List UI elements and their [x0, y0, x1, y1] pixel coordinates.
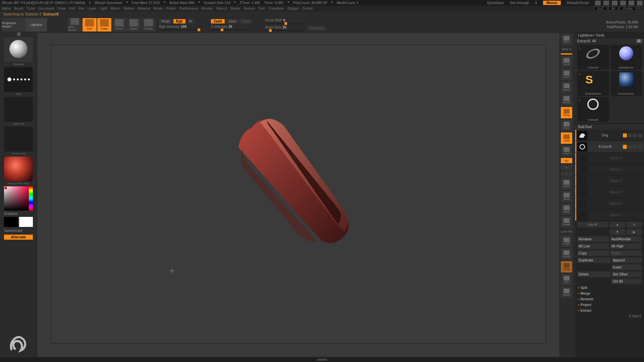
menu-item[interactable]: Alpha — [2, 7, 11, 10]
zoom-button[interactable]: Zoom — [561, 69, 572, 80]
menu-item[interactable]: Layer — [88, 7, 96, 10]
aahalf-button[interactable]: AAHalf — [561, 94, 572, 106]
menu-item[interactable]: Texture — [244, 7, 255, 10]
rgb-intensity-slider[interactable] — [159, 29, 198, 31]
menu-item[interactable]: Zscript — [302, 7, 313, 10]
menu-item[interactable]: Brush — [14, 7, 23, 10]
menu-item[interactable]: Zplugin — [287, 7, 299, 10]
zcut-button[interactable]: Zcut — [240, 19, 252, 23]
bpr-button[interactable]: BPR — [561, 34, 572, 45]
subtool-row[interactable]: Ubool 3 — [575, 153, 644, 164]
duplicate-button[interactable]: Duplicate — [577, 257, 610, 263]
subtool-row[interactable]: Dog — [575, 130, 644, 141]
persp-button[interactable]: Persp — [561, 107, 572, 118]
scroll-button[interactable]: Scroll — [561, 56, 572, 67]
menu-item[interactable]: Stroke — [230, 7, 240, 10]
delall-button[interactable]: Del All — [611, 279, 642, 284]
menu-item[interactable]: Marker — [123, 7, 134, 10]
tool-thumb-eraserbrush[interactable]: EraserBrush — [610, 71, 642, 96]
gradient-button[interactable]: Gradient — [4, 212, 33, 216]
subtool-flag[interactable] — [628, 145, 632, 149]
tool-thumb-alphabrush[interactable]: AlphaBrush — [610, 45, 642, 70]
solo-button[interactable]: Solo — [561, 274, 572, 285]
axis-z-button[interactable]: ○ — [561, 171, 572, 177]
visibility-toggle[interactable] — [623, 133, 627, 137]
titlebar-util-icon[interactable] — [595, 1, 601, 5]
ghost-button[interactable]: Ghost — [561, 261, 572, 273]
tool-r-button[interactable]: R — [636, 39, 642, 43]
subtool-row[interactable]: Ubool 2 — [575, 164, 644, 175]
rgb-button[interactable]: Rgb — [173, 19, 185, 23]
subtool-flag[interactable] — [633, 145, 637, 149]
goz-r-button[interactable]: R — [637, 6, 642, 11]
primary-color-swatch[interactable] — [19, 217, 33, 227]
focal-shift-slider[interactable] — [265, 23, 304, 24]
move-cam-button[interactable]: Move — [561, 191, 572, 202]
goz-all-button[interactable]: All — [608, 6, 619, 11]
zsub-button[interactable]: Zsub — [226, 19, 239, 23]
alpha-thumbnail[interactable] — [4, 97, 33, 122]
extract-accordion[interactable]: •Extract — [575, 308, 644, 313]
moveup-button[interactable]: ▲ — [610, 222, 625, 228]
quicksketch-button[interactable]: Quick Sketch — [68, 18, 82, 32]
actual-button[interactable]: Actual — [561, 81, 572, 93]
visibility-toggle[interactable] — [623, 145, 627, 149]
frame-button[interactable]: Frame — [561, 178, 572, 189]
tool-thumb-extract2[interactable]: 2Extract8 — [577, 97, 609, 122]
menu-item[interactable]: Stencil — [216, 7, 227, 10]
color-picker[interactable] — [4, 186, 33, 210]
zadd-button[interactable]: Zadd — [211, 19, 225, 23]
seethrough-value[interactable]: 0 — [532, 1, 540, 5]
axis-y-button[interactable]: ● — [561, 165, 572, 170]
subtool-row[interactable]: Ubool 5 — [575, 187, 644, 198]
project-accordion[interactable]: •Project — [575, 302, 644, 308]
material-thumbnail[interactable] — [4, 157, 33, 181]
subtool-row[interactable]: Ubool 4 — [575, 175, 644, 187]
transp-button[interactable]: Transp — [561, 248, 572, 260]
subtool-flag[interactable] — [638, 133, 642, 137]
append-button[interactable]: Append — [611, 257, 642, 263]
polyf-button[interactable]: PolyF — [561, 236, 572, 247]
menu-item[interactable]: File — [78, 7, 84, 10]
document-canvas[interactable] — [37, 33, 560, 357]
rename-button[interactable]: Rename — [577, 236, 609, 242]
autoreorder-button[interactable]: AutoReorder — [610, 236, 642, 242]
goz-visible-button[interactable]: Visible — [620, 6, 636, 11]
draw-button[interactable]: Draw — [97, 18, 111, 32]
brush-thumbnail[interactable] — [4, 37, 33, 62]
xpose-button[interactable]: Xpose — [561, 287, 572, 298]
floor-button[interactable]: Floor — [561, 120, 572, 131]
move-button[interactable]: Move — [112, 18, 126, 32]
scale-cam-button[interactable]: Scale — [561, 203, 572, 215]
spix-value[interactable]: SPix 3 — [561, 47, 572, 52]
rotate-cam-button[interactable]: Rotate — [561, 216, 572, 228]
rotate-button[interactable]: Rotate — [142, 18, 156, 32]
lightbox-breadcrumb[interactable]: Lightbox> Tools — [575, 32, 644, 39]
local-button[interactable]: Local — [561, 132, 572, 144]
remesh-accordion[interactable]: •Remesh — [575, 296, 644, 302]
dynamic-button[interactable]: Dynamic — [307, 26, 326, 31]
lsym-button[interactable]: LSym — [561, 145, 572, 157]
scale-button[interactable]: Scale — [127, 18, 141, 32]
tool-thumb-extract[interactable]: 1Extract8 — [577, 45, 609, 70]
edit-button[interactable]: Edit — [83, 18, 97, 32]
z-intensity-slider[interactable] — [211, 29, 250, 31]
movedown-button[interactable]: ▼ — [610, 229, 625, 235]
menu-item[interactable]: Color — [27, 7, 35, 10]
close-icon[interactable] — [637, 1, 643, 5]
menu-item[interactable]: Render — [202, 7, 213, 10]
menu-item[interactable]: Material — [138, 7, 150, 10]
left-scrubber[interactable] — [0, 33, 37, 36]
menu-item[interactable]: Picker — [166, 7, 176, 10]
lightbox-button[interactable]: LightBox — [25, 18, 47, 32]
m-button[interactable]: M — [186, 19, 195, 23]
mrgb-button[interactable]: Mrgb — [159, 19, 172, 23]
arrow-right-button[interactable]: ▶ — [627, 229, 642, 235]
goz-button[interactable]: GoZ — [594, 6, 607, 11]
menu-item[interactable]: Movie — [154, 7, 163, 10]
menu-item[interactable]: Light — [100, 7, 107, 10]
delother-button[interactable]: Del Other — [611, 272, 642, 277]
menu-item[interactable]: Document — [39, 7, 54, 10]
allhigh-button[interactable]: All High — [610, 243, 642, 249]
alternate-button[interactable]: Alternate — [4, 235, 33, 240]
